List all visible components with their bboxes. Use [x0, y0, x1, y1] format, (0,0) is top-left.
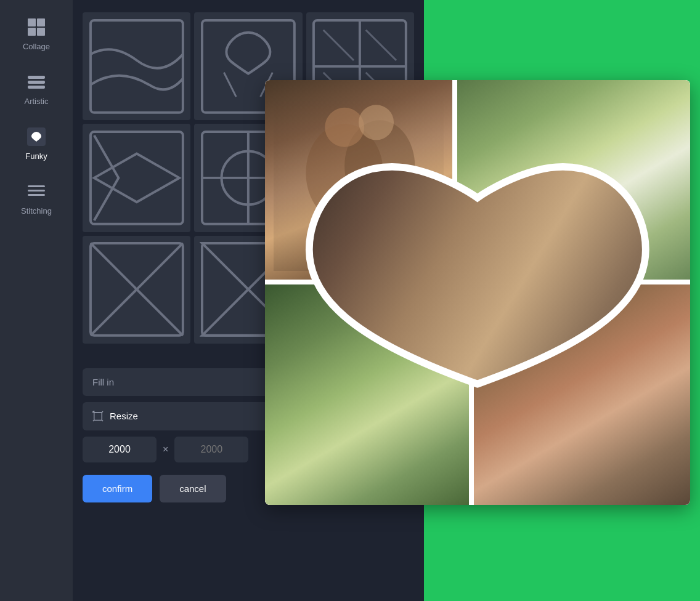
- svg-rect-2: [28, 28, 36, 36]
- svg-rect-8: [28, 190, 45, 192]
- sidebar-item-funky[interactable]: Funky: [0, 115, 73, 169]
- height-input[interactable]: [174, 437, 248, 462]
- svg-rect-10: [28, 185, 45, 187]
- svg-rect-16: [91, 132, 183, 224]
- sidebar: Collage Artistic Funky Stitching: [0, 0, 73, 601]
- sidebar-label-stitching: Stitching: [21, 206, 52, 216]
- heart-svg: [299, 156, 656, 394]
- svg-rect-6: [28, 86, 45, 89]
- template-4[interactable]: [83, 124, 190, 232]
- resize-label: Resize: [110, 411, 138, 421]
- svg-rect-4: [28, 76, 45, 79]
- svg-point-43: [325, 108, 364, 147]
- svg-rect-0: [28, 18, 36, 26]
- sidebar-label-funky: Funky: [25, 151, 47, 161]
- svg-rect-3: [37, 28, 45, 36]
- svg-rect-37: [94, 413, 102, 421]
- heart-overlay-container: [299, 156, 656, 394]
- collage-wrapper: [265, 80, 690, 505]
- sidebar-item-collage[interactable]: Collage: [0, 5, 73, 60]
- resize-icon: [92, 411, 104, 422]
- preview-area: [265, 80, 690, 505]
- sidebar-label-artistic: Artistic: [25, 97, 49, 106]
- svg-rect-1: [37, 18, 45, 26]
- svg-point-44: [359, 105, 394, 140]
- width-input[interactable]: [83, 437, 157, 462]
- template-1[interactable]: [83, 12, 190, 120]
- cancel-button[interactable]: cancel: [160, 475, 226, 502]
- funky-icon: [25, 126, 47, 148]
- template-7[interactable]: [83, 236, 190, 344]
- sidebar-item-artistic[interactable]: Artistic: [0, 60, 73, 115]
- svg-rect-9: [28, 194, 45, 196]
- svg-rect-5: [28, 81, 45, 84]
- collage-icon: [25, 16, 47, 38]
- sidebar-label-collage: Collage: [23, 42, 50, 51]
- stitching-icon: [25, 180, 47, 203]
- sidebar-item-stitching[interactable]: Stitching: [0, 169, 73, 224]
- artistic-icon: [25, 71, 47, 93]
- fill-in-label: Fill in: [92, 377, 114, 387]
- confirm-button[interactable]: confirm: [83, 475, 152, 502]
- dimension-separator: ×: [163, 444, 168, 455]
